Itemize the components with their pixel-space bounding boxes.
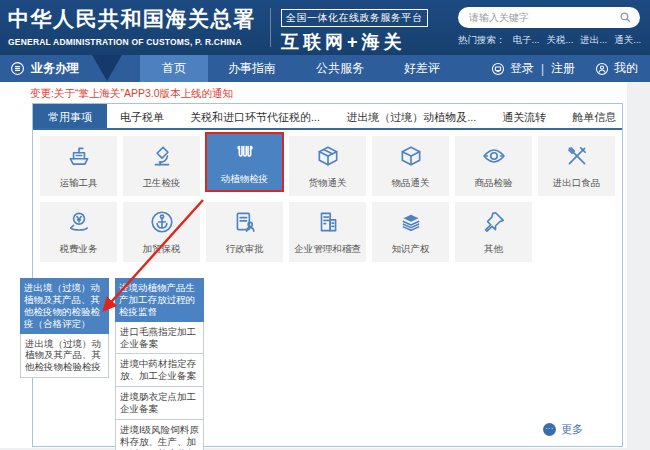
user-icon [595, 62, 609, 76]
menu-icon [10, 61, 25, 76]
nav-tab[interactable]: 首页 [140, 55, 208, 82]
hot-search-row: 热门搜索： 电子...关税...进出...通关... [458, 34, 642, 47]
anchor-icon [149, 209, 175, 239]
nav-user-area: 登录 | 注册 我的 [491, 55, 638, 82]
notice-link[interactable]: 变更:关于“掌上海关”APP3.0版本上线的通知 [30, 87, 233, 101]
profile-link[interactable]: 我的 [614, 60, 638, 77]
service-tile-label: 物品通关 [392, 177, 430, 190]
category-tab[interactable]: 关税和进口环节代征税的... [177, 104, 333, 128]
service-tile-label: 动植物检疫 [221, 173, 269, 186]
more-ellipsis-icon: ··· [543, 423, 556, 436]
category-tab[interactable]: 常用事项 [33, 104, 107, 128]
coin-hand-icon [66, 209, 92, 239]
dropdown-menu-item[interactable]: 进出境（过境）动植物及其产品、其他检疫物检验检疫 [20, 334, 109, 379]
service-tile[interactable]: 其他 [455, 202, 532, 262]
category-tab[interactable]: 进出境（过境）动植物及... [333, 104, 489, 128]
service-tile[interactable]: 加贸保税 [123, 202, 200, 262]
dropdown-menu-item[interactable]: 进境Ⅰ级风险饲料原料存放、生产、加工过程的检疫监督 [115, 420, 204, 450]
dropdown-menu-item[interactable]: 进境肠衣定点加工企业备案 [115, 387, 204, 420]
service-tile[interactable]: 知识产权 [372, 202, 449, 262]
login-link[interactable]: 登录 [510, 60, 534, 77]
dropdown-left-header[interactable]: 进出境（过境）动植物及其产品、其他检疫物的检验检疫（合格评定） [20, 278, 109, 334]
hot-search-terms: 电子...关税...进出...通关... [513, 34, 642, 47]
service-tile[interactable]: 运输工具 [40, 136, 117, 196]
nav-tab[interactable]: 好差评 [384, 55, 460, 82]
login-icon [491, 62, 505, 76]
service-tile-label: 企业管理和稽查 [294, 243, 361, 256]
platform-badge-line2: 互联网+海关 [281, 30, 428, 54]
search-input[interactable] [469, 12, 619, 23]
login-register-group: 登录 | 注册 [491, 60, 575, 77]
hot-search-term[interactable]: 进出... [580, 34, 607, 47]
dropdown-menu-item[interactable]: 进口毛燕指定加工企业备案 [115, 322, 204, 355]
more-label: 更多 [561, 422, 583, 437]
dropdown-right-items: 进口毛燕指定加工企业备案进境中药材指定存放、加工企业备案进境肠衣定点加工企业备案… [115, 322, 204, 450]
main-content: 变更:关于“掌上海关”APP3.0版本上线的通知 常用事项电子税单关税和进口环节… [0, 82, 627, 448]
business-menu-label: 业务办理 [31, 60, 79, 77]
service-tile[interactable]: 进出口食品 [538, 136, 615, 196]
more-button[interactable]: ··· 更多 [543, 422, 583, 437]
hot-search-label: 热门搜索： [458, 34, 506, 47]
category-tab-bar: 常用事项电子税单关税和进口环节代征税的...进出境（过境）动植物及...通关流转… [33, 104, 622, 130]
microscope-icon [149, 143, 175, 173]
nav-tab[interactable]: 办事指南 [208, 55, 296, 82]
books-icon [398, 209, 424, 239]
login-register-separator: | [541, 62, 544, 76]
eye-icon [481, 143, 507, 173]
profile-group[interactable]: 我的 [595, 60, 638, 77]
hot-search-term[interactable]: 通关... [614, 34, 641, 47]
menu-caret-icon [92, 55, 122, 81]
test-tubes-icon [232, 139, 258, 169]
hot-search-term[interactable]: 电子... [513, 34, 540, 47]
main-navbar: 业务办理 首页办事指南公共服务好差评 登录 | 注册 我的 [0, 55, 650, 82]
service-tile-label: 进出口食品 [553, 177, 601, 190]
dropdown-menu-left: 进出境（过境）动植物及其产品、其他检疫物的检验检疫（合格评定） 进出境（过境）动… [20, 278, 109, 378]
ship-icon [66, 143, 92, 173]
site-header: 中华人民共和国海关总署 GENERAL ADMINISTRATION OF CU… [0, 0, 650, 55]
service-tile[interactable]: 动植物检疫 [205, 132, 284, 192]
nav-tab[interactable]: 公共服务 [296, 55, 384, 82]
cube-icon [398, 143, 424, 173]
platform-badge-line1: 全国一体化在线政务服务平台 [281, 9, 428, 27]
service-tile-label: 商品检验 [475, 177, 513, 190]
search-box[interactable] [458, 7, 640, 28]
service-tile-label: 税费业务 [60, 243, 98, 256]
service-tile[interactable]: 货物通关 [289, 136, 366, 196]
category-tab[interactable]: 通关流转 [489, 104, 559, 128]
dropdown-left-items: 进出境（过境）动植物及其产品、其他检疫物检验检疫 [20, 334, 109, 379]
category-tab[interactable]: 舱单信息 [559, 104, 629, 128]
category-tab[interactable]: 电子税单 [107, 104, 177, 128]
service-tile[interactable]: 卫生检疫 [123, 136, 200, 196]
site-title-english: GENERAL ADMINISTRATION OF CUSTOMS, P. R.… [8, 37, 256, 47]
service-tile-label: 其他 [484, 243, 503, 256]
service-tile[interactable]: 商品检验 [455, 136, 532, 196]
site-title-block: 中华人民共和国海关总署 GENERAL ADMINISTRATION OF CU… [8, 5, 256, 47]
service-tile[interactable]: 行政审批 [206, 202, 283, 262]
package-icon [315, 143, 341, 173]
header-divider [270, 8, 271, 47]
header-search-area: 热门搜索： 电子...关税...进出...通关... [458, 7, 642, 47]
service-tile[interactable]: 企业管理和稽查 [289, 202, 366, 262]
service-tile-label: 行政审批 [226, 243, 264, 256]
site-title-chinese: 中华人民共和国海关总署 [8, 5, 256, 33]
service-tile-label: 知识产权 [392, 243, 430, 256]
utensils-icon [564, 143, 590, 173]
search-icon[interactable] [619, 11, 632, 24]
platform-badge: 全国一体化在线政务服务平台 互联网+海关 [281, 7, 428, 54]
service-tile-label: 货物通关 [309, 177, 347, 190]
service-tile-label: 卫生检疫 [143, 177, 181, 190]
dropdown-menu-right: 进境动植物产品生产加工存放过程的检疫监督 进口毛燕指定加工企业备案进境中药材指定… [115, 278, 204, 450]
dropdown-menu-item[interactable]: 进境中药材指定存放、加工企业备案 [115, 354, 204, 387]
dropdown-right-header[interactable]: 进境动植物产品生产加工存放过程的检疫监督 [115, 278, 204, 322]
service-tile-grid: 运输工具卫生检疫动植物检疫货物通关物品通关商品检验进出口食品税费业务加贸保税行政… [33, 130, 622, 262]
business-menu-button[interactable]: 业务办理 [10, 55, 79, 82]
hot-search-term[interactable]: 关税... [546, 34, 573, 47]
register-link[interactable]: 注册 [551, 60, 575, 77]
service-tile[interactable]: 税费业务 [40, 202, 117, 262]
service-tile-label: 加贸保税 [143, 243, 181, 256]
nav-tabs: 首页办事指南公共服务好差评 [140, 55, 460, 82]
building-icon [315, 209, 341, 239]
document-stamp-icon [232, 209, 258, 239]
service-tile[interactable]: 物品通关 [372, 136, 449, 196]
pushpin-icon [481, 209, 507, 239]
